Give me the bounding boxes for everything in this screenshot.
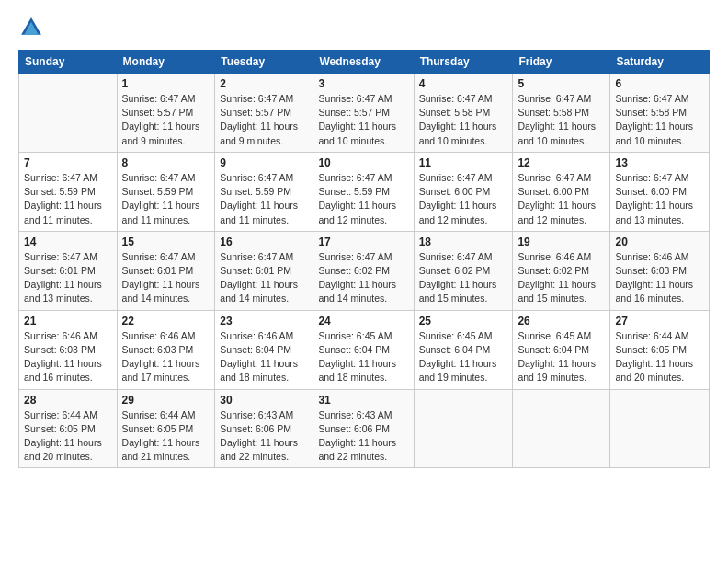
day-info: Sunrise: 6:44 AMSunset: 6:05 PMDaylight:…	[122, 408, 210, 465]
day-number: 6	[615, 77, 704, 90]
day-number: 17	[318, 236, 408, 248]
calendar-cell: 12Sunrise: 6:47 AMSunset: 6:00 PMDayligh…	[513, 152, 610, 231]
day-number: 11	[419, 156, 508, 169]
calendar-cell: 21Sunrise: 6:46 AMSunset: 6:03 PMDayligh…	[19, 310, 118, 389]
calendar-cell: 11Sunrise: 6:47 AMSunset: 6:00 PMDayligh…	[414, 152, 513, 231]
calendar-cell	[610, 389, 710, 468]
week-row-2: 7Sunrise: 6:47 AMSunset: 5:59 PMDaylight…	[19, 152, 710, 231]
day-info: Sunrise: 6:45 AMSunset: 6:04 PMDaylight:…	[419, 329, 508, 385]
day-number: 14	[24, 236, 112, 248]
calendar-cell: 17Sunrise: 6:47 AMSunset: 6:02 PMDayligh…	[313, 231, 414, 310]
day-number: 29	[122, 394, 210, 407]
day-info: Sunrise: 6:47 AMSunset: 6:00 PMDaylight:…	[419, 171, 508, 227]
day-info: Sunrise: 6:47 AMSunset: 5:58 PMDaylight:…	[419, 92, 508, 148]
day-info: Sunrise: 6:44 AMSunset: 6:05 PMDaylight:…	[615, 329, 704, 385]
calendar-cell: 22Sunrise: 6:46 AMSunset: 6:03 PMDayligh…	[117, 310, 215, 389]
calendar-cell: 20Sunrise: 6:46 AMSunset: 6:03 PMDayligh…	[610, 231, 710, 310]
day-info: Sunrise: 6:47 AMSunset: 5:58 PMDaylight:…	[615, 92, 704, 148]
day-info: Sunrise: 6:47 AMSunset: 5:57 PMDaylight:…	[220, 92, 308, 148]
calendar: SundayMondayTuesdayWednesdayThursdayFrid…	[18, 50, 710, 468]
calendar-cell: 30Sunrise: 6:43 AMSunset: 6:06 PMDayligh…	[215, 389, 313, 468]
calendar-cell: 16Sunrise: 6:47 AMSunset: 6:01 PMDayligh…	[215, 231, 313, 310]
day-number: 21	[24, 315, 112, 327]
day-number: 22	[122, 315, 210, 327]
day-info: Sunrise: 6:47 AMSunset: 5:59 PMDaylight:…	[318, 171, 408, 227]
day-number: 23	[220, 315, 308, 327]
day-number: 16	[220, 236, 308, 248]
calendar-cell: 7Sunrise: 6:47 AMSunset: 5:59 PMDaylight…	[19, 152, 118, 231]
day-info: Sunrise: 6:47 AMSunset: 6:01 PMDaylight:…	[122, 250, 210, 306]
day-number: 15	[122, 236, 210, 248]
calendar-cell	[19, 74, 118, 153]
calendar-cell: 5Sunrise: 6:47 AMSunset: 5:58 PMDaylight…	[513, 74, 610, 153]
calendar-body: 1Sunrise: 6:47 AMSunset: 5:57 PMDaylight…	[19, 74, 710, 468]
calendar-cell: 14Sunrise: 6:47 AMSunset: 6:01 PMDayligh…	[19, 231, 118, 310]
calendar-cell: 1Sunrise: 6:47 AMSunset: 5:57 PMDaylight…	[117, 74, 215, 153]
day-number: 20	[615, 236, 704, 248]
day-number: 31	[318, 394, 408, 407]
day-info: Sunrise: 6:46 AMSunset: 6:03 PMDaylight:…	[615, 250, 704, 306]
week-row-3: 14Sunrise: 6:47 AMSunset: 6:01 PMDayligh…	[19, 231, 710, 310]
day-info: Sunrise: 6:46 AMSunset: 6:02 PMDaylight:…	[518, 250, 605, 306]
calendar-cell: 31Sunrise: 6:43 AMSunset: 6:06 PMDayligh…	[313, 389, 414, 468]
day-number: 4	[419, 77, 508, 90]
week-row-5: 28Sunrise: 6:44 AMSunset: 6:05 PMDayligh…	[19, 389, 710, 468]
calendar-cell: 25Sunrise: 6:45 AMSunset: 6:04 PMDayligh…	[414, 310, 513, 389]
day-info: Sunrise: 6:47 AMSunset: 6:02 PMDaylight:…	[318, 250, 408, 306]
header	[18, 15, 710, 40]
calendar-cell: 4Sunrise: 6:47 AMSunset: 5:58 PMDaylight…	[414, 74, 513, 153]
calendar-cell: 19Sunrise: 6:46 AMSunset: 6:02 PMDayligh…	[513, 231, 610, 310]
day-info: Sunrise: 6:44 AMSunset: 6:05 PMDaylight:…	[24, 408, 112, 465]
day-number: 28	[24, 394, 112, 407]
day-info: Sunrise: 6:47 AMSunset: 5:59 PMDaylight:…	[122, 171, 210, 227]
header-row: SundayMondayTuesdayWednesdayThursdayFrid…	[19, 51, 710, 74]
day-info: Sunrise: 6:46 AMSunset: 6:03 PMDaylight:…	[24, 329, 112, 385]
day-info: Sunrise: 6:43 AMSunset: 6:06 PMDaylight:…	[220, 408, 308, 465]
day-number: 9	[220, 156, 308, 169]
day-info: Sunrise: 6:46 AMSunset: 6:04 PMDaylight:…	[220, 329, 308, 385]
calendar-cell	[513, 389, 610, 468]
logo	[18, 15, 48, 40]
day-number: 25	[419, 315, 508, 327]
day-number: 5	[518, 77, 605, 90]
calendar-cell: 28Sunrise: 6:44 AMSunset: 6:05 PMDayligh…	[19, 389, 118, 468]
calendar-cell: 2Sunrise: 6:47 AMSunset: 5:57 PMDaylight…	[215, 74, 313, 153]
day-number: 3	[318, 77, 408, 90]
day-info: Sunrise: 6:47 AMSunset: 6:00 PMDaylight:…	[518, 171, 605, 227]
day-info: Sunrise: 6:47 AMSunset: 5:59 PMDaylight:…	[220, 171, 308, 227]
calendar-cell: 10Sunrise: 6:47 AMSunset: 5:59 PMDayligh…	[313, 152, 414, 231]
day-number: 12	[518, 156, 605, 169]
day-number: 26	[518, 315, 605, 327]
calendar-cell	[414, 389, 513, 468]
day-number: 19	[518, 236, 605, 248]
day-number: 7	[24, 156, 112, 169]
calendar-cell: 9Sunrise: 6:47 AMSunset: 5:59 PMDaylight…	[215, 152, 313, 231]
day-number: 8	[122, 156, 210, 169]
day-info: Sunrise: 6:47 AMSunset: 6:02 PMDaylight:…	[419, 250, 508, 306]
header-monday: Monday	[117, 51, 215, 74]
day-info: Sunrise: 6:47 AMSunset: 6:00 PMDaylight:…	[615, 171, 704, 227]
day-info: Sunrise: 6:47 AMSunset: 5:57 PMDaylight:…	[318, 92, 408, 148]
day-number: 24	[318, 315, 408, 327]
page: SundayMondayTuesdayWednesdayThursdayFrid…	[0, 0, 728, 563]
day-info: Sunrise: 6:47 AMSunset: 5:59 PMDaylight:…	[24, 171, 112, 227]
calendar-cell: 23Sunrise: 6:46 AMSunset: 6:04 PMDayligh…	[215, 310, 313, 389]
day-number: 27	[615, 315, 704, 327]
day-info: Sunrise: 6:47 AMSunset: 6:01 PMDaylight:…	[24, 250, 112, 306]
logo-icon	[18, 15, 44, 40]
calendar-cell: 13Sunrise: 6:47 AMSunset: 6:00 PMDayligh…	[610, 152, 710, 231]
header-wednesday: Wednesday	[313, 51, 414, 74]
calendar-cell: 29Sunrise: 6:44 AMSunset: 6:05 PMDayligh…	[117, 389, 215, 468]
calendar-cell: 26Sunrise: 6:45 AMSunset: 6:04 PMDayligh…	[513, 310, 610, 389]
day-info: Sunrise: 6:46 AMSunset: 6:03 PMDaylight:…	[122, 329, 210, 385]
day-number: 18	[419, 236, 508, 248]
week-row-4: 21Sunrise: 6:46 AMSunset: 6:03 PMDayligh…	[19, 310, 710, 389]
calendar-cell: 8Sunrise: 6:47 AMSunset: 5:59 PMDaylight…	[117, 152, 215, 231]
day-number: 1	[122, 77, 210, 90]
day-info: Sunrise: 6:45 AMSunset: 6:04 PMDaylight:…	[318, 329, 408, 385]
header-saturday: Saturday	[610, 51, 710, 74]
header-friday: Friday	[513, 51, 610, 74]
day-number: 10	[318, 156, 408, 169]
calendar-header: SundayMondayTuesdayWednesdayThursdayFrid…	[19, 51, 710, 74]
header-thursday: Thursday	[414, 51, 513, 74]
